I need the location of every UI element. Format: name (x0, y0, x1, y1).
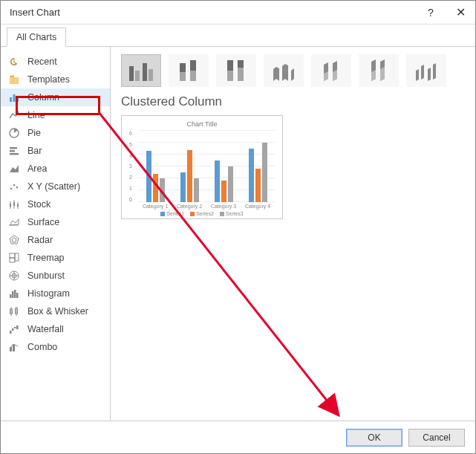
y-axis: 6543210 (129, 131, 137, 202)
svg-rect-4 (10, 147, 17, 149)
subtype-3d-column[interactable] (406, 54, 446, 87)
category-labels: Category 1Category 2Category 3Category 4 (126, 204, 278, 209)
bar (221, 181, 226, 202)
main-panel: Clustered Column Chart Title 6543210 Cat… (111, 47, 475, 421)
subtype-row (121, 54, 465, 87)
bar (153, 174, 158, 202)
sidebar-item-label: Box & Whisker (27, 306, 88, 317)
bar (160, 178, 165, 202)
subtype-100-stacked-column[interactable] (216, 54, 256, 87)
subtype-clustered-column[interactable] (121, 54, 161, 87)
sidebar-item-column[interactable]: Column (1, 88, 110, 106)
box-whisker-icon (8, 305, 20, 317)
sidebar-item-waterfall[interactable]: Waterfall (1, 320, 110, 338)
subtype-stacked-column[interactable] (169, 54, 209, 87)
line-chart-icon (8, 109, 20, 121)
svg-rect-26 (12, 291, 14, 298)
sidebar-item-label: Line (27, 110, 45, 120)
svg-point-7 (10, 188, 13, 190)
svg-rect-35 (14, 327, 16, 328)
sidebar-item-label: Sunburst (27, 270, 65, 281)
dialog-body: RecentTemplatesColumnLinePieBarAreaX Y (… (1, 47, 475, 421)
svg-rect-27 (14, 290, 16, 298)
sidebar-item-histogram[interactable]: Histogram (1, 285, 110, 302)
insert-chart-dialog: Insert Chart ? ✕ All Charts RecentTempla… (0, 0, 476, 454)
svg-marker-17 (12, 238, 16, 242)
svg-rect-5 (10, 150, 15, 152)
svg-rect-36 (16, 325, 19, 329)
surface-chart-icon (8, 216, 20, 228)
subtype-3d-100-stacked-column[interactable] (359, 54, 399, 87)
sidebar-item-box-whisker[interactable]: Box & Whisker (1, 302, 110, 320)
svg-rect-2 (16, 96, 19, 102)
bar-chart-icon (8, 145, 20, 157)
treemap-icon (8, 252, 20, 264)
sidebar-item-combo[interactable]: Combo (1, 338, 110, 356)
svg-rect-1 (13, 94, 16, 102)
sidebar-item-x-y-scatter-[interactable]: X Y (Scatter) (1, 178, 110, 195)
tab-all-charts[interactable]: All Charts (7, 27, 66, 47)
svg-rect-18 (10, 253, 15, 258)
help-button[interactable]: ? (416, 1, 446, 25)
legend-series2: Series2 (190, 211, 214, 216)
sidebar-item-label: Combo (27, 342, 57, 352)
sidebar-item-label: Area (27, 163, 47, 174)
sidebar-item-recent[interactable]: Recent (1, 53, 110, 71)
sunburst-icon (8, 270, 20, 282)
titlebar: Insert Chart ? ✕ (1, 1, 475, 25)
bar-group (146, 151, 165, 202)
sidebar-item-treemap[interactable]: Treemap (1, 249, 110, 267)
subtype-3d-stacked-column[interactable] (311, 54, 351, 87)
sidebar-item-label: Pie (27, 128, 41, 138)
svg-rect-44 (180, 72, 186, 81)
column-chart-icon (8, 91, 20, 103)
svg-rect-42 (149, 69, 153, 81)
svg-rect-34 (12, 328, 14, 331)
bar-group (180, 150, 199, 202)
sidebar-item-sunburst[interactable]: Sunburst (1, 267, 110, 285)
bars-area (138, 131, 275, 202)
sidebar-item-area[interactable]: Area (1, 160, 110, 178)
histogram-icon (8, 288, 20, 299)
sidebar-item-surface[interactable]: Surface (1, 213, 110, 231)
svg-point-9 (16, 187, 19, 189)
svg-rect-40 (135, 71, 140, 81)
area-chart-icon (8, 163, 20, 175)
sidebar-item-radar[interactable]: Radar (1, 231, 110, 249)
cancel-button[interactable]: Cancel (408, 429, 465, 447)
svg-rect-38 (13, 345, 15, 351)
sidebar-item-label: X Y (Scatter) (27, 181, 80, 192)
chart-preview[interactable]: Chart Title 6543210 Category 1Category 2… (121, 115, 283, 219)
bar (228, 166, 233, 202)
legend-series3: Series3 (220, 211, 244, 216)
bar (180, 172, 186, 202)
svg-rect-50 (238, 68, 244, 81)
recent-icon (8, 56, 20, 68)
sidebar-item-stock[interactable]: Stock (1, 195, 110, 213)
svg-rect-20 (10, 258, 15, 262)
dialog-title: Insert Chart (10, 7, 416, 18)
svg-rect-11 (10, 204, 11, 207)
svg-rect-46 (190, 71, 196, 81)
svg-point-8 (13, 184, 16, 187)
tab-strip: All Charts (1, 25, 475, 47)
close-button[interactable]: ✕ (446, 1, 475, 25)
ok-button[interactable]: OK (346, 429, 402, 447)
scatter-chart-icon (8, 181, 20, 192)
bar (255, 169, 261, 202)
sidebar-item-label: Templates (27, 74, 70, 85)
pie-chart-icon (8, 127, 20, 139)
bar (249, 149, 254, 202)
sidebar-item-line[interactable]: Line (1, 106, 110, 124)
sidebar-item-pie[interactable]: Pie (1, 124, 110, 142)
sidebar-item-label: Waterfall (27, 324, 64, 334)
svg-rect-6 (10, 153, 19, 155)
waterfall-icon (8, 323, 20, 335)
legend: Series1 Series2 Series3 (126, 211, 278, 216)
sidebar-item-label: Bar (27, 146, 42, 156)
bar (215, 160, 220, 202)
sidebar-item-templates[interactable]: Templates (1, 71, 110, 88)
sidebar-item-bar[interactable]: Bar (1, 142, 110, 160)
sidebar-item-label: Histogram (27, 288, 70, 299)
subtype-3d-clustered-column[interactable] (264, 54, 304, 87)
